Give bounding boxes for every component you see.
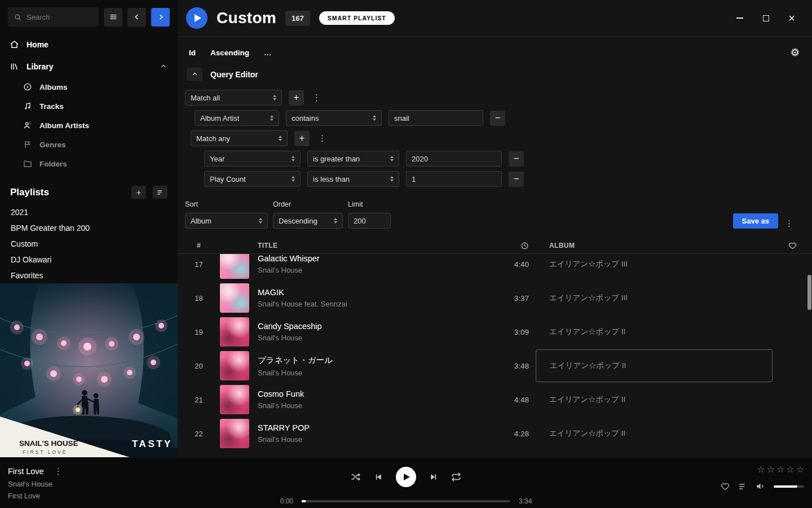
track-duration: 3:09 (485, 328, 536, 336)
seek-bar[interactable] (302, 500, 510, 502)
now-playing-menu-button[interactable]: ⋮ (52, 466, 64, 476)
rule-field-select[interactable]: Album Artist (195, 110, 279, 126)
sort-direction-button[interactable]: Ascending (210, 49, 249, 57)
playlists-title: Playlists (10, 187, 125, 198)
playlist-item[interactable]: 2021 (0, 204, 178, 220)
group-menu-button[interactable]: ⋮ (311, 93, 323, 103)
match-mode-select[interactable]: Match all (185, 90, 282, 106)
remove-rule-button[interactable]: − (490, 111, 505, 126)
rule-operator-select[interactable]: is greater than (307, 151, 399, 167)
star-icon[interactable]: ☆ (786, 465, 794, 474)
add-playlist-button[interactable]: + (131, 186, 146, 199)
table-row[interactable]: 18 MAGIK Snail's House feat. Sennzai 3:3… (178, 281, 812, 315)
repeat-button[interactable] (451, 472, 461, 482)
add-rule-button[interactable]: + (289, 90, 304, 106)
rule-field-select[interactable]: Year (204, 151, 301, 167)
playlists-header: Playlists + (0, 173, 178, 204)
next-button[interactable] (429, 472, 438, 481)
shuffle-button[interactable] (351, 472, 361, 482)
rule-operator-select[interactable]: contains (286, 110, 382, 126)
limit-input[interactable] (348, 213, 391, 229)
playlist-list-button[interactable] (153, 186, 167, 199)
sidebar-item-library[interactable]: Library (0, 55, 178, 77)
close-button[interactable]: × (787, 14, 796, 23)
minimize-button[interactable] (735, 14, 744, 23)
star-icon[interactable]: ☆ (776, 465, 784, 474)
volume-slider[interactable] (774, 485, 804, 488)
track-artist: Snail's House (258, 401, 485, 410)
table-row[interactable]: 21 Cosmo Funk Snail's House 4:48 エイリアン☆ポ… (178, 383, 812, 417)
star-icon[interactable]: ☆ (757, 465, 765, 474)
order-select[interactable]: Descending (273, 213, 343, 229)
scrollbar-thumb[interactable] (807, 275, 811, 310)
group-menu-button[interactable]: ⋮ (316, 133, 328, 143)
track-thumbnail (220, 385, 249, 414)
collapse-query-editor-button[interactable] (187, 68, 202, 81)
save-as-button[interactable]: Save as (733, 213, 778, 229)
close-icon: × (788, 12, 795, 24)
transport-controls (351, 467, 461, 487)
chevron-up-icon[interactable] (160, 63, 167, 71)
sort-field-button[interactable]: Id (189, 49, 196, 57)
column-number[interactable]: # (178, 242, 220, 249)
sidebar-item-label: Library (27, 62, 152, 71)
add-rule-button[interactable]: + (294, 131, 310, 146)
settings-button[interactable]: ⚙ (791, 47, 800, 58)
save-menu-button[interactable]: ⋮ (783, 218, 795, 229)
sidebar-item-genres[interactable]: Genres (0, 135, 178, 154)
artist-icon (23, 121, 32, 130)
star-icon[interactable]: ☆ (767, 465, 775, 474)
track-album: エイリアン☆ポップ II (536, 383, 773, 417)
column-favorite[interactable] (788, 242, 797, 250)
playlist-item[interactable]: Favorites (0, 268, 178, 283)
match-mode-select[interactable]: Match any (191, 130, 288, 146)
sidebar-item-tracks[interactable]: Tracks (0, 97, 178, 116)
remove-rule-button[interactable]: − (509, 172, 524, 187)
rule-value-input[interactable] (406, 151, 502, 167)
sidebar-item-album-artists[interactable]: Album Artists (0, 116, 178, 135)
menu-button[interactable] (104, 8, 122, 27)
maximize-button[interactable] (761, 14, 770, 23)
volume-button[interactable] (756, 481, 765, 491)
play-playlist-button[interactable] (186, 7, 208, 29)
remove-rule-button[interactable]: − (509, 151, 524, 167)
sort-select[interactable]: Album (185, 213, 268, 229)
back-button[interactable] (127, 8, 146, 27)
queue-button[interactable] (738, 482, 747, 491)
previous-icon (374, 472, 383, 481)
select-arrows-icon (373, 115, 376, 121)
table-row[interactable]: 17 Galactic Whisper Snail's House 4:40 エ… (178, 254, 812, 281)
search-box[interactable] (8, 7, 99, 27)
rule-operator-select[interactable]: is less than (307, 171, 399, 187)
search-input[interactable] (27, 13, 93, 21)
rule-value-input[interactable] (406, 171, 502, 187)
previous-button[interactable] (374, 472, 383, 481)
playlist-item[interactable]: Custom (0, 236, 178, 252)
minus-icon: − (495, 113, 500, 123)
column-title[interactable]: TITLE (258, 242, 485, 249)
favorite-button[interactable] (721, 482, 730, 491)
rule-field-select[interactable]: Play Count (204, 171, 301, 187)
cover-title-text: FIRST LOVE (23, 449, 67, 455)
star-icon[interactable]: ☆ (796, 465, 804, 474)
play-button[interactable] (396, 467, 416, 487)
sidebar-item-folders[interactable]: Folders (0, 154, 178, 173)
table-row[interactable]: 22 STARRY POP Snail's House 4:28 エイリアン☆ポ… (178, 417, 812, 450)
sidebar-item-albums[interactable]: Albums (0, 77, 178, 97)
track-album-focused[interactable]: エイリアン☆ポップ II (536, 349, 773, 382)
forward-button[interactable] (151, 8, 170, 27)
playlist-item[interactable]: BPM Greater than 200 (0, 220, 178, 236)
search-icon (14, 13, 22, 21)
playlist-item[interactable]: DJ Okawari (0, 252, 178, 268)
table-row[interactable]: 19 Candy Spaceship Snail's House 3:09 エイ… (178, 315, 812, 349)
column-album[interactable]: ALBUM (536, 242, 773, 249)
column-duration[interactable] (520, 242, 536, 250)
track-album: エイリアン☆ポップ II (536, 417, 773, 450)
sidebar-item-home[interactable]: Home (0, 33, 178, 55)
smart-playlist-badge: SMART PLAYLIST (319, 11, 395, 25)
rule-value-input[interactable] (389, 110, 483, 126)
sidebar-toolbar (0, 0, 178, 33)
table-row[interactable]: 20 プラネット・ガール Snail's House 3:48 エイリアン☆ポッ… (178, 349, 812, 383)
disc-icon (23, 82, 32, 91)
more-options-button[interactable]: … (264, 49, 272, 57)
